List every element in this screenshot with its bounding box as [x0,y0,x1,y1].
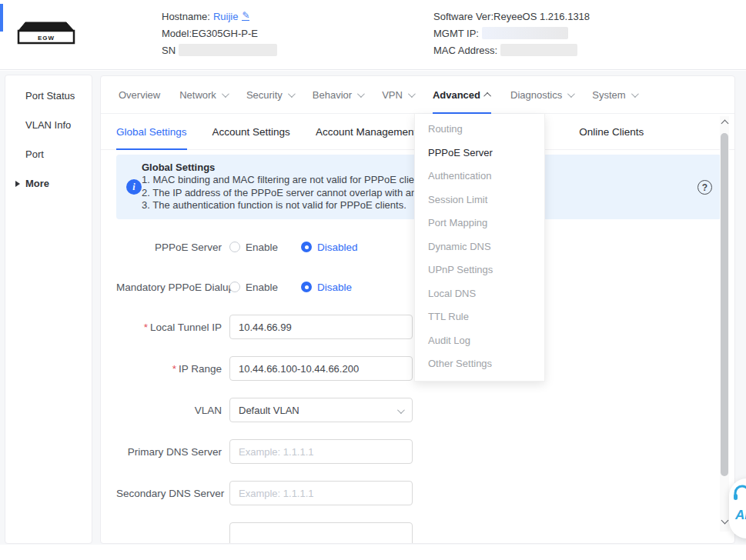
sidebar-item-label: Port Status [25,90,75,102]
nav-tab-network[interactable]: Network [179,76,227,113]
radio-checked-icon[interactable] [301,242,312,252]
radio-unchecked-icon[interactable] [229,282,240,292]
radio-unchecked-icon[interactable] [229,242,240,252]
primary-dns-label: Primary DNS Server [116,446,222,458]
nav-tab-label: Security [246,89,283,101]
menu-item-dynamic-dns[interactable]: Dynamic DNS [415,235,544,259]
mandatory-dialup-disable-option[interactable]: Disable [301,282,352,293]
pppoe-server-enable-option[interactable]: Enable [229,242,278,253]
menu-item-routing[interactable]: Routing [415,118,544,142]
chevron-up-icon [483,92,491,99]
menu-item-port-mapping[interactable]: Port Mapping [415,212,544,235]
mgmt-ip-value-redacted [482,27,568,39]
device-icon: EGW [17,21,75,48]
ai-label: Ai [735,508,746,523]
device-label: EGW [38,35,55,42]
tab-account-settings[interactable]: Account Settings [212,114,290,149]
nav-tab-label: System [592,89,625,101]
menu-item-pppoe-server[interactable]: PPPoE Server [415,142,544,165]
sidebar: Port Status VLAN Info Port More [5,75,92,544]
pppoe-server-disabled-option[interactable]: Disabled [301,242,358,253]
next-partial-row [116,522,734,544]
required-asterisk: * [172,363,176,375]
chevron-down-icon [631,90,639,98]
vlan-label: VLAN [116,405,222,416]
partial-input[interactable] [229,522,413,544]
menu-item-authentication[interactable]: Authentication [415,165,544,188]
nav-tab-advanced[interactable]: Advanced [433,76,491,113]
tab-global-settings[interactable]: Global Settings [116,114,187,149]
chevron-down-icon [567,90,575,98]
sidebar-item-vlan-info[interactable]: VLAN Info [5,111,92,140]
mac-address-value-redacted [500,44,577,56]
primary-nav: Overview Network Security Behavior VPN A… [101,76,734,114]
sn-label: SN [162,45,176,56]
nav-tab-label: Advanced [433,89,480,101]
software-version-label: Software Ver:ReyeeOS 1.216.1318 [433,11,590,22]
nav-tab-diagnostics[interactable]: Diagnostics [510,76,573,113]
tab-account-management[interactable]: Account Management [316,114,416,149]
menu-item-session-limit[interactable]: Session Limit [415,188,544,212]
mandatory-dialup-label: Mandatory PPPoE Dialup [116,282,222,293]
radio-checked-icon[interactable] [301,282,312,292]
edit-hostname-icon[interactable]: ✎ [242,12,249,21]
ip-range-label: *IP Range [116,363,222,375]
sidebar-item-port-status[interactable]: Port Status [5,82,92,111]
option-label: Enable [246,282,278,293]
primary-dns-row: Primary DNS Server [116,439,734,464]
nav-tab-label: Diagnostics [510,89,562,101]
secondary-dns-label: Secondary DNS Server [116,488,222,499]
local-tunnel-ip-label: *Local Tunnel IP [116,322,222,333]
device-info-right: Software Ver:ReyeeOS 1.216.1318 MGMT IP:… [433,8,590,58]
option-label: Enable [246,242,278,253]
sidebar-item-label: VLAN Info [25,119,71,131]
menu-item-ttl-rule[interactable]: TTL Rule [415,305,544,329]
scrollbar-thumb[interactable] [721,133,728,476]
menu-item-audit-log[interactable]: Audit Log [415,329,544,353]
sidebar-item-port[interactable]: Port [5,140,92,169]
subtab-label: Account Settings [212,126,290,138]
assistant-widget[interactable]: Ai [729,478,746,543]
subtab-label: Account Management [316,126,416,138]
vlan-row: VLAN Default VLAN [116,398,734,422]
nav-tab-label: Overview [119,89,160,101]
device-header: EGW Hostname: Ruijie ✎ Model:EG305GH-P-E… [0,0,746,70]
option-label: Disabled [317,242,358,253]
local-tunnel-ip-input[interactable] [229,315,413,339]
info-icon: i [126,179,142,195]
nav-tab-vpn[interactable]: VPN [382,76,413,113]
nav-tab-security[interactable]: Security [246,76,293,113]
hostname-value[interactable]: Ruijie [213,11,239,22]
headset-icon [732,485,746,506]
sidebar-item-label: More [25,178,49,189]
mac-address-label: MAC Address: [433,45,497,56]
menu-item-upnp-settings[interactable]: UPnP Settings [415,258,544,282]
sidebar-item-label: Port [25,148,44,160]
subtab-label: Global Settings [116,126,187,138]
chevron-down-icon [408,90,416,98]
secondary-dns-input[interactable] [229,481,413,505]
nav-tab-behavior[interactable]: Behavior [313,76,363,113]
chevron-down-icon [397,406,405,414]
nav-tab-overview[interactable]: Overview [119,76,160,113]
help-icon[interactable]: ? [697,180,712,195]
device-info-left: Hostname: Ruijie ✎ Model:EG305GH-P-E SN [162,8,277,58]
menu-item-other-settings[interactable]: Other Settings [415,352,544,376]
required-asterisk: * [144,322,148,333]
advanced-dropdown-menu: Routing PPPoE Server Authentication Sess… [414,114,545,382]
ip-range-input[interactable] [229,356,413,381]
mgmt-ip-label: MGMT IP: [433,28,479,39]
sidebar-item-more[interactable]: More [5,169,92,198]
collapsed-arrow-icon [15,181,20,187]
chevron-down-icon [357,90,365,98]
option-label: Disable [317,282,352,293]
menu-item-local-dns[interactable]: Local DNS [415,282,544,306]
primary-dns-input[interactable] [229,439,413,464]
tab-online-clients[interactable]: Online Clients [579,114,644,149]
model-label: Model:EG305GH-P-E [162,28,258,39]
nav-tab-system[interactable]: System [592,76,636,113]
nav-tab-label: Behavior [313,89,352,101]
subtab-label: Online Clients [579,126,644,138]
vlan-select[interactable]: Default VLAN [229,398,413,422]
mandatory-dialup-enable-option[interactable]: Enable [229,282,278,293]
